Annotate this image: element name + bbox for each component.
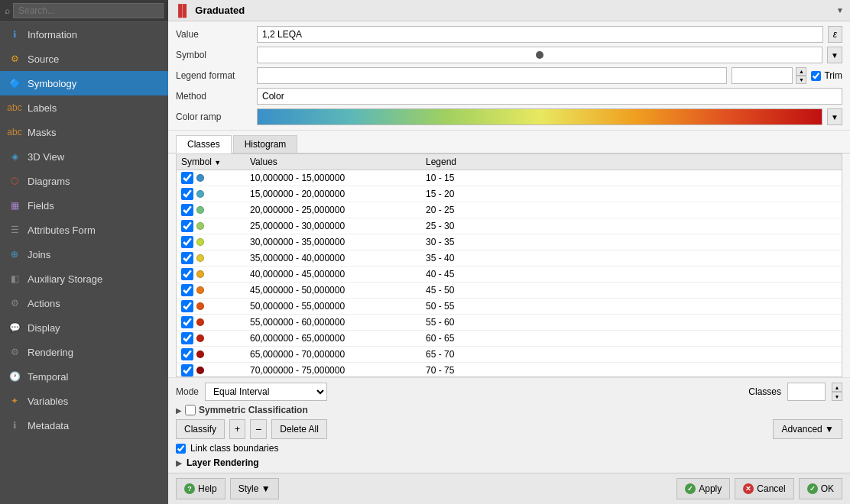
help-button[interactable]: ? Help (176, 478, 225, 499)
main-panel: ▐▌ Graduated ▼ Value 1,2 LEQA ε Symbol ▼… (168, 0, 850, 504)
precision-down[interactable]: ▼ (796, 76, 806, 84)
col-legend[interactable]: Legend (421, 154, 842, 170)
sidebar-label-actions: Actions (28, 298, 60, 309)
symbol-bar[interactable] (257, 47, 822, 63)
classes-input[interactable]: 14 (787, 383, 826, 401)
row-check-6[interactable] (181, 268, 193, 280)
sidebar-item-source[interactable]: ⚙Source (0, 47, 168, 71)
color-ramp-dropdown[interactable]: ▼ (827, 108, 842, 125)
layer-rendering-expand-icon[interactable]: ▶ (176, 459, 182, 467)
row-check-3[interactable] (181, 220, 193, 232)
classify-button[interactable]: Classify (176, 419, 225, 439)
col-values[interactable]: Values (245, 154, 421, 170)
value-select[interactable]: 1,2 LEQA (257, 26, 823, 43)
sym-expand-icon[interactable]: ▶ (176, 406, 182, 415)
classes-up[interactable]: ▲ (832, 383, 842, 392)
color-ramp-bar[interactable] (257, 108, 822, 125)
sidebar-label-information: Information (28, 29, 77, 40)
sidebar-item-rendering[interactable]: ⚙Rendering (0, 340, 168, 364)
graduated-icon: ▐▌ (174, 4, 190, 17)
precision-up[interactable]: ▲ (796, 67, 806, 76)
fields-icon: ▦ (8, 199, 21, 212)
symbol-dropdown-arrow[interactable]: ▼ (827, 47, 842, 63)
sidebar-item-display[interactable]: 💬Display (0, 315, 168, 340)
sidebar-item-information[interactable]: ℹInformation (0, 22, 168, 47)
sidebar-item-masks[interactable]: abcMasks (0, 120, 168, 144)
trim-checkbox[interactable] (811, 71, 821, 81)
cell-symbol-5 (177, 250, 245, 266)
sidebar-item-metadata[interactable]: ℹMetadata (0, 413, 168, 438)
col-symbol[interactable]: Symbol ▼ (177, 154, 245, 170)
cell-legend-8: 50 - 55 (421, 299, 842, 315)
row-check-7[interactable] (181, 284, 193, 296)
table-row: 40,000000 - 45,00000040 - 45 (177, 267, 842, 283)
attributes-form-icon: ☰ (8, 223, 21, 237)
display-icon: 💬 (8, 321, 21, 334)
form-section: Value 1,2 LEQA ε Symbol ▼ Legend format … (168, 21, 850, 131)
ok-button[interactable]: ✓ OK (799, 478, 842, 499)
sidebar-label-source: Source (28, 53, 59, 65)
color-ramp-label: Color ramp (176, 111, 252, 122)
temporal-icon: 🕐 (8, 370, 21, 383)
sidebar-search-bar[interactable]: ⌕ (0, 0, 168, 22)
cancel-button[interactable]: ✕ Cancel (735, 478, 793, 499)
search-input[interactable] (13, 3, 164, 18)
sidebar-item-diagrams[interactable]: ⬡Diagrams (0, 169, 168, 193)
row-dot-6 (196, 270, 204, 278)
row-check-5[interactable] (181, 252, 193, 264)
row-check-2[interactable] (181, 204, 193, 216)
add-class-button[interactable]: + (229, 419, 245, 439)
legend-format-label: Legend format (176, 70, 252, 81)
delete-all-button[interactable]: Delete All (271, 419, 327, 439)
layer-rendering-label: Layer Rendering (187, 457, 259, 468)
apply-button[interactable]: ✓ Apply (676, 478, 730, 499)
sidebar-item-attributes-form[interactable]: ☰Attributes Form (0, 218, 168, 242)
sidebar-item-3dview[interactable]: ◈3D View (0, 144, 168, 169)
row-check-4[interactable] (181, 236, 193, 248)
row-check-12[interactable] (181, 364, 193, 376)
symmetric-checkbox[interactable] (185, 405, 196, 415)
precision-spinner[interactable]: ▲ ▼ (796, 67, 806, 84)
cell-legend-4: 30 - 35 (421, 234, 842, 250)
sidebar-item-symbology[interactable]: 🔷Symbology (0, 71, 168, 95)
row-check-8[interactable] (181, 300, 193, 312)
table-row: 25,000000 - 30,00000025 - 30 (177, 218, 842, 234)
method-select[interactable]: Color (257, 88, 842, 105)
cell-symbol-4 (177, 234, 245, 250)
sidebar-item-temporal[interactable]: 🕐Temporal (0, 364, 168, 389)
row-dot-3 (196, 222, 204, 230)
row-check-9[interactable] (181, 316, 193, 328)
link-boundaries-checkbox[interactable] (176, 444, 186, 454)
mode-select[interactable]: Equal Interval (205, 383, 327, 401)
tab-classes[interactable]: Classes (176, 135, 232, 153)
search-icon: ⌕ (5, 5, 10, 16)
sidebar-label-joins: Joins (28, 249, 50, 260)
sidebar-label-attributes-form: Attributes Form (28, 225, 96, 236)
row-check-10[interactable] (181, 332, 193, 344)
table-row: 65,000000 - 70,00000065 - 70 (177, 347, 842, 363)
sidebar-item-actions[interactable]: ⚙Actions (0, 291, 168, 315)
style-button[interactable]: Style ▼ (230, 478, 279, 499)
tab-histogram[interactable]: Histogram (233, 135, 298, 153)
advanced-button[interactable]: Advanced ▼ (773, 419, 842, 439)
sidebar-item-joins[interactable]: ⊕Joins (0, 242, 168, 267)
classes-down[interactable]: ▼ (832, 392, 842, 401)
sidebar-item-fields[interactable]: ▦Fields (0, 193, 168, 218)
action-row: Classify + − Delete All Advanced ▼ (176, 419, 842, 439)
row-check-1[interactable] (181, 188, 193, 200)
legend-format-input[interactable]: %1 - %2 (257, 67, 727, 84)
sidebar-item-auxiliary-storage[interactable]: ◧Auxiliary Storage (0, 267, 168, 291)
epsilon-button[interactable]: ε (828, 26, 842, 43)
row-dot-5 (196, 254, 204, 262)
classes-spinner[interactable]: ▲ ▼ (832, 383, 842, 401)
renderer-dropdown-arrow[interactable]: ▼ (836, 6, 844, 15)
row-dot-9 (196, 318, 204, 326)
sidebar-item-variables[interactable]: ✦Variables (0, 389, 168, 413)
remove-class-button[interactable]: − (250, 419, 267, 439)
precision-input[interactable]: 4 (732, 67, 793, 84)
row-check-0[interactable] (181, 172, 193, 184)
cell-legend-9: 55 - 60 (421, 315, 842, 331)
row-check-11[interactable] (181, 348, 193, 360)
classes-table: Symbol ▼ Values Legend 10,000000 - 15,00… (177, 154, 842, 377)
sidebar-item-labels[interactable]: abcLabels (0, 95, 168, 120)
